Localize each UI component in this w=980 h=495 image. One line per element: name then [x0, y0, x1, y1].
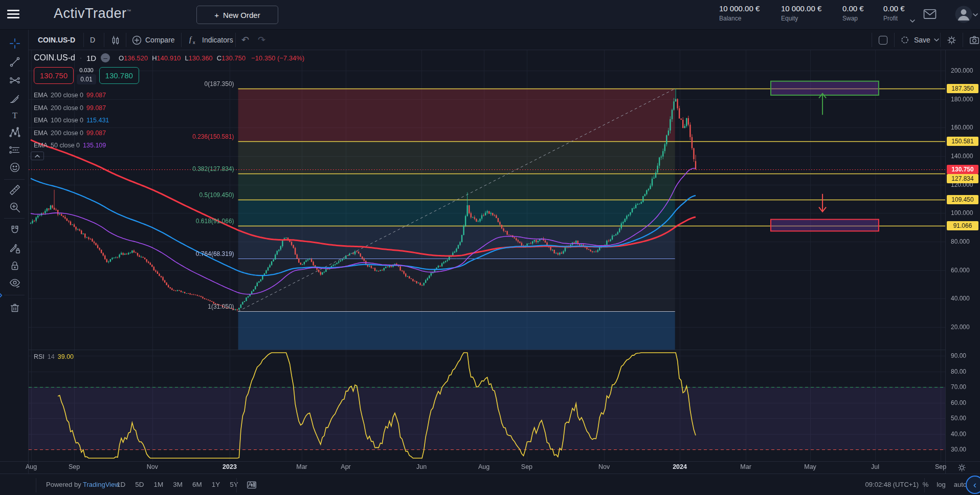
stat-label: Balance	[719, 15, 760, 22]
range-button-1y[interactable]: 1Y	[212, 481, 220, 488]
range-button-1m[interactable]: 1M	[154, 481, 164, 488]
chart-style-button[interactable]	[109, 30, 121, 50]
indicator-args: 200 close 0	[51, 104, 83, 112]
legend-collapse-button[interactable]	[31, 152, 44, 160]
compare-plus-icon	[132, 35, 142, 45]
go-to-date-icon[interactable]	[247, 480, 257, 489]
indicator-row[interactable]: EMA200 close 099.087	[34, 89, 109, 102]
range-button-1d[interactable]: 1D	[117, 481, 125, 488]
tool-crosshair[interactable]	[7, 36, 23, 51]
tradingview-link[interactable]: TradingView	[83, 481, 120, 488]
indicator-name: EMA	[34, 104, 48, 112]
indicator-row[interactable]: EMA50 close 0135.109	[34, 139, 109, 152]
bottom-bar: Powered by TradingView 1D5D1M3M6M1Y5YAll…	[0, 474, 980, 495]
avatar-icon[interactable]	[954, 5, 973, 24]
tool-hide-drawings[interactable]	[7, 275, 23, 291]
indicator-row[interactable]: EMA100 close 0115.431	[34, 114, 109, 127]
divider	[4, 295, 25, 295]
time-tick-label: Sep	[521, 463, 532, 470]
mail-icon[interactable]	[923, 8, 937, 20]
svg-text:x: x	[193, 40, 195, 45]
indicator-value: 99.087	[86, 92, 106, 99]
menu-icon[interactable]	[7, 10, 19, 20]
new-order-button[interactable]: + New Order	[196, 6, 278, 24]
tool-emoji[interactable]	[7, 160, 23, 175]
trash-icon	[8, 301, 21, 314]
tool-zoom-in[interactable]	[7, 200, 23, 215]
pencil-lock-icon	[8, 242, 21, 255]
lot-step-value[interactable]: 0.01	[77, 74, 96, 84]
layout-button[interactable]	[879, 30, 887, 50]
xabcd-pattern-icon	[8, 126, 21, 139]
indicator-row[interactable]: EMA200 close 099.087	[34, 127, 109, 140]
brush-icon	[8, 92, 21, 105]
time-tick-label: Nov	[147, 463, 158, 470]
symbol-search-button[interactable]: COIN.US-D	[38, 30, 75, 50]
tool-lock[interactable]	[7, 258, 23, 273]
price-axis[interactable]: 200.000180.000160.000140.000120.000100.0…	[946, 50, 980, 461]
price-tick-label: 200.000	[951, 67, 973, 74]
tool-remove-drawings[interactable]	[7, 300, 23, 315]
divider	[872, 33, 872, 47]
time-tick-label: Sep	[935, 463, 946, 470]
legend-symbol[interactable]: COIN.US-d	[34, 53, 75, 62]
time-tick-label: 2023	[222, 463, 237, 470]
log-scale-button[interactable]: log	[937, 481, 945, 488]
collapse-symbol-icon[interactable]: –	[101, 53, 110, 62]
account-caret-icon[interactable]	[973, 13, 978, 17]
crosshair-icon	[8, 37, 21, 50]
sell-button[interactable]: 130.750	[34, 67, 74, 84]
account-stat: 10 000.00 €Equity	[781, 4, 821, 22]
divider	[4, 179, 25, 180]
tool-lock-drawings[interactable]	[7, 241, 23, 256]
auto-scale-button[interactable]: auto	[954, 481, 967, 488]
profit-caret-icon[interactable]	[910, 19, 915, 23]
indicators-button[interactable]: f x Indicators	[187, 30, 233, 50]
interval-button[interactable]: D	[90, 30, 95, 50]
indicator-row[interactable]: EMA200 close 099.087	[34, 102, 109, 115]
magnet-icon	[8, 224, 21, 237]
tool-brush[interactable]	[7, 91, 23, 106]
rsi-name: RSI	[34, 353, 44, 360]
compare-button[interactable]: Compare	[132, 30, 175, 50]
divider	[945, 50, 946, 474]
level-price-badge: 150.581	[947, 137, 978, 146]
price-tick-label: 80.000	[951, 238, 970, 245]
stat-value: 10 000.00 €	[719, 4, 760, 13]
collapse-panel-button[interactable]: ‹	[966, 476, 980, 494]
ohlc-value: 140.910	[157, 54, 181, 62]
trend-line-icon	[8, 55, 21, 69]
tool-ruler[interactable]	[7, 182, 23, 198]
undo-button[interactable]: ↶	[241, 30, 249, 50]
buy-button[interactable]: 130.780	[99, 67, 139, 84]
percent-scale-button[interactable]: %	[923, 481, 929, 488]
ohlc-value: 130.360	[189, 54, 213, 62]
tool-trend-line[interactable]	[7, 54, 23, 70]
text-icon: T	[8, 109, 21, 122]
ohlc-value: 136.520	[124, 54, 148, 62]
ohlc-key: L	[185, 54, 189, 62]
rsi-tick-label: 90.00	[951, 352, 966, 359]
range-button-6m[interactable]: 6M	[192, 481, 202, 488]
tool-xabcd-pattern[interactable]	[7, 125, 23, 140]
range-button-3m[interactable]: 3M	[173, 481, 183, 488]
divider	[894, 33, 895, 47]
tool-fib-retracement[interactable]	[7, 73, 23, 88]
range-button-5d[interactable]: 5D	[135, 481, 144, 488]
redo-button[interactable]: ↷	[258, 30, 265, 50]
price-chart-canvas[interactable]	[29, 50, 945, 461]
save-layout-button[interactable]: Save	[900, 30, 939, 50]
sun-icon[interactable]	[957, 463, 967, 472]
expand-panel-chevron[interactable]: ›	[0, 288, 3, 300]
chart-settings-button[interactable]	[946, 30, 957, 50]
price-tick-label: 180.000	[951, 96, 973, 103]
range-button-5y[interactable]: 5Y	[230, 481, 238, 488]
tool-text[interactable]: T	[7, 107, 23, 123]
ohlc-key: C	[217, 54, 221, 62]
clock[interactable]: 09:02:48 (UTC+1)	[865, 481, 919, 488]
screenshot-button[interactable]	[969, 30, 980, 50]
rsi-tick-label: 40.00	[951, 431, 966, 438]
tool-forecast[interactable]	[7, 142, 23, 158]
time-axis[interactable]: AugSepNov2023MarAprJunAugSepNov2024MarMa…	[29, 461, 945, 474]
tool-magnet[interactable]	[7, 223, 23, 238]
